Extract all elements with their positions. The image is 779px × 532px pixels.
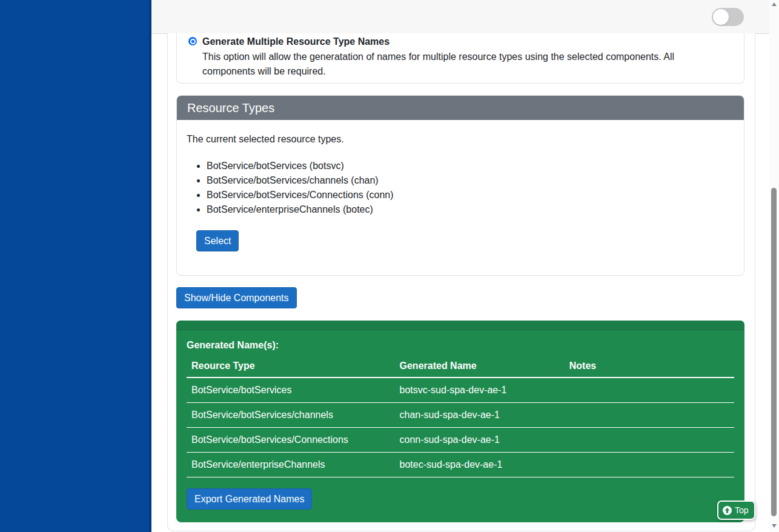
resource-type-cell: BotService/enterpriseChannels (187, 453, 395, 477)
generated-names-panel: Generated Name(s): Reource Type Generate… (176, 321, 744, 522)
resource-types-header: Resource Types (177, 96, 744, 120)
table-row: BotService/botServices/Connections conn-… (187, 428, 734, 453)
generated-name-cell: chan-sud-spa-dev-ae-1 (395, 403, 565, 428)
resource-types-intro: The current selected resource types. (187, 134, 733, 145)
generated-names-panel-header (176, 321, 744, 330)
main-content-container: Generate Multiple Resource Type Names Th… (167, 33, 755, 531)
table-row: BotService/botServices/channels chan-sud… (187, 403, 734, 428)
generated-names-title: Generated Name(s): (187, 340, 734, 351)
top-bar (151, 0, 769, 34)
resource-type-item: BotService/botServices/Connections (conn… (207, 188, 733, 202)
show-hide-components-button[interactable]: Show/Hide Components (176, 287, 297, 308)
multiple-resource-radio[interactable] (188, 37, 197, 45)
multiple-resource-label: Generate Multiple Resource Type Names (202, 35, 390, 48)
scroll-thumb[interactable] (771, 188, 777, 516)
notes-cell (565, 377, 734, 403)
generated-name-cell: botsvc-sud-spa-dev-ae-1 (395, 377, 565, 403)
resource-type-item: BotService/enterpriseChannels (botec) (207, 202, 733, 217)
resource-type-cell: BotService/botServices/Connections (187, 428, 395, 453)
notes-cell (565, 403, 734, 428)
back-to-top-button[interactable]: Top (717, 500, 755, 520)
scroll-up-arrow-icon[interactable] (772, 2, 777, 6)
resource-type-cell: BotService/botServices/channels (187, 403, 395, 428)
column-header-notes: Notes (565, 356, 734, 377)
sidebar (0, 0, 151, 532)
scroll-down-arrow-icon[interactable] (772, 524, 777, 528)
generate-option-card: Generate Multiple Resource Type Names Th… (176, 33, 744, 84)
multiple-resource-description: This option will allow the generatation … (202, 50, 726, 79)
generated-name-cell: conn-sud-spa-dev-ae-1 (395, 428, 565, 453)
resource-type-cell: BotService/botServices (187, 377, 395, 403)
toggle-knob (713, 9, 729, 25)
export-generated-names-button[interactable]: Export Generated Names (187, 488, 312, 510)
generated-names-table: Reource Type Generated Name Notes BotSer… (187, 356, 734, 477)
table-header-row: Reource Type Generated Name Notes (187, 356, 734, 377)
notes-cell (565, 453, 734, 477)
resource-type-item: BotService/botServices/channels (chan) (207, 173, 733, 188)
column-header-resource-type: Reource Type (187, 356, 395, 377)
back-to-top-label: Top (735, 505, 749, 515)
scrollbar[interactable] (769, 0, 779, 532)
table-row: BotService/botServices botsvc-sud-spa-de… (187, 377, 734, 403)
generated-name-cell: botec-sud-spa-dev-ae-1 (395, 453, 565, 477)
table-row: BotService/enterpriseChannels botec-sud-… (187, 453, 734, 477)
select-button[interactable]: Select (196, 230, 239, 251)
theme-toggle-switch[interactable] (712, 8, 744, 26)
resource-types-list: BotService/botServices (botsvc) BotServi… (187, 159, 733, 217)
resource-type-item: BotService/botServices (botsvc) (207, 159, 733, 173)
resource-types-card: Resource Types The current selected reso… (176, 95, 744, 276)
circle-up-arrow-icon (723, 506, 732, 515)
notes-cell (565, 428, 734, 453)
column-header-generated-name: Generated Name (395, 356, 565, 377)
